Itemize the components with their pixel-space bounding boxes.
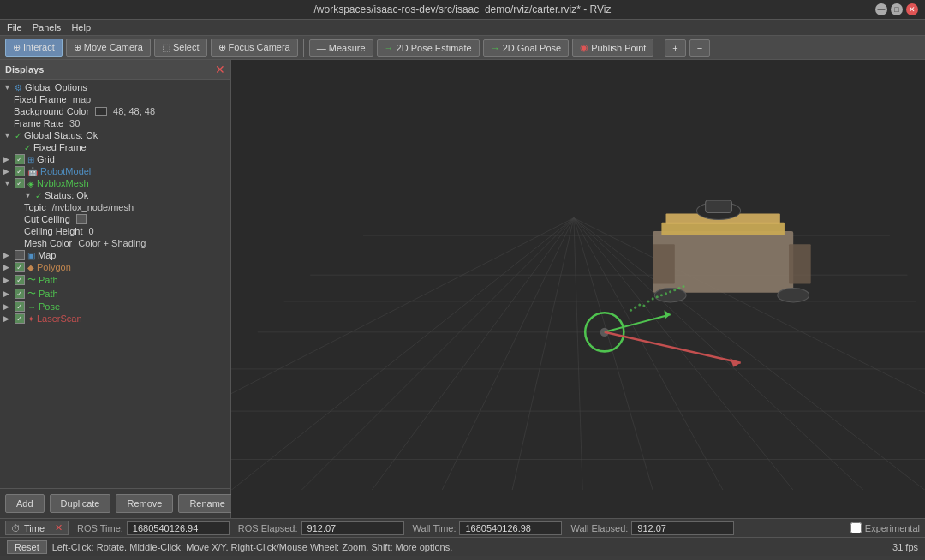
svg-rect-27 — [706, 200, 732, 212]
tree-item-nvblox-status[interactable]: ▼ ✓ Status: Ok — [21, 189, 230, 201]
tree-item-topic[interactable]: Topic /nvblox_node/mesh — [21, 201, 230, 213]
cut-ceiling-label: Cut Ceiling — [24, 214, 70, 224]
ros-elapsed-field: ROS Elapsed: 912.07 — [238, 521, 404, 535]
close-button[interactable]: ✕ — [906, 3, 918, 15]
reset-button[interactable]: Reset — [7, 540, 47, 554]
time-clock-icon: ⏱ — [11, 523, 21, 533]
svg-point-41 — [656, 295, 659, 298]
displays-close-button[interactable]: ✕ — [215, 63, 225, 76]
remove-button[interactable]: Remove — [116, 494, 173, 513]
add-button[interactable]: Add — [5, 494, 45, 513]
viewport[interactable]: ◀ — [231, 60, 925, 518]
experimental-checkbox[interactable] — [850, 522, 862, 533]
tree-item-path1[interactable]: ▶ ✓ 〜 Path — [0, 273, 230, 287]
tree-item-global-status[interactable]: ▼ ✓ Global Status: Ok — [0, 129, 230, 141]
interact-button[interactable]: ⊕ Interact — [5, 39, 63, 57]
expand-laser-scan[interactable]: ▶ — [3, 314, 12, 323]
tree-item-pose[interactable]: ▶ ✓ → Pose — [0, 301, 230, 313]
path1-icon: 〜 — [27, 274, 36, 286]
expand-path1[interactable]: ▶ — [3, 276, 12, 284]
maximize-button[interactable]: □ — [891, 3, 903, 15]
focus-camera-button[interactable]: ⊕ Focus Camera — [211, 39, 298, 57]
nvblox-mesh-checkbox[interactable]: ✓ — [15, 178, 25, 188]
cut-ceiling-checkbox[interactable] — [76, 214, 87, 224]
svg-point-30 — [654, 289, 686, 302]
background-color-swatch[interactable] — [95, 107, 107, 116]
expand-robot-model[interactable]: ▶ — [3, 167, 12, 176]
fixed-frame2-label: Fixed Frame — [33, 142, 87, 152]
expand-global-status[interactable]: ▼ — [3, 131, 12, 140]
menu-file[interactable]: File — [7, 22, 22, 33]
svg-point-39 — [647, 300, 649, 302]
map-icon: ▣ — [27, 251, 35, 260]
laser-scan-checkbox[interactable]: ✓ — [15, 313, 25, 324]
wall-elapsed-field: Wall Elapsed: 912.07 — [570, 521, 734, 535]
menubar: File Panels Help — [0, 20, 925, 36]
rename-button[interactable]: Rename — [178, 494, 236, 513]
fps-display: 31 fps — [892, 542, 918, 552]
time-panel: ⏱ Time ✕ ROS Time: 1680540126.94 ROS Ela… — [0, 518, 925, 537]
polygon-checkbox[interactable]: ✓ — [15, 262, 25, 272]
pose-label: Pose — [39, 301, 60, 312]
move-camera-button[interactable]: ⊕ Move Camera — [66, 39, 151, 57]
expand-nvblox-status[interactable]: ▼ — [24, 191, 33, 200]
svg-point-50 — [638, 304, 641, 307]
expand-map[interactable]: ▶ — [3, 251, 12, 259]
mesh-color-value: Color + Shading — [78, 238, 146, 248]
expand-polygon[interactable]: ▶ — [3, 263, 12, 271]
map-checkbox[interactable] — [15, 250, 25, 260]
publish-point-button[interactable]: ◉ Publish Point — [572, 39, 653, 57]
tree-item-path2[interactable]: ▶ ✓ 〜 Path — [0, 287, 230, 301]
background-color-label: Background Color — [14, 106, 89, 116]
expand-global-options[interactable]: ▼ — [3, 83, 12, 92]
ceiling-height-value: 0 — [88, 226, 93, 236]
tree-item-global-options[interactable]: ▼ ⚙ Global Options — [0, 81, 230, 93]
svg-point-45 — [673, 289, 676, 291]
tree-item-polygon[interactable]: ▶ ✓ ◆ Polygon — [0, 261, 230, 273]
tree-item-map[interactable]: ▶ ▣ Map — [0, 249, 230, 261]
svg-point-49 — [634, 307, 636, 309]
laser-scan-label: LaserScan — [37, 313, 82, 324]
duplicate-button[interactable]: Duplicate — [50, 494, 111, 513]
tree-item-fixed-frame[interactable]: Fixed Frame map — [10, 93, 230, 105]
minimize-button[interactable]: — — [875, 3, 887, 15]
tree-item-mesh-color[interactable]: Mesh Color Color + Shading — [21, 237, 230, 249]
tree-item-cut-ceiling[interactable]: Cut Ceiling — [21, 213, 230, 225]
pose-checkbox[interactable]: ✓ — [15, 301, 25, 312]
path2-checkbox[interactable]: ✓ — [15, 289, 25, 299]
polygon-icon: ◆ — [27, 263, 34, 272]
tree-item-background-color[interactable]: Background Color 48; 48; 48 — [10, 105, 230, 117]
pose-icon: → — [27, 302, 36, 312]
global-options-icon: ⚙ — [15, 83, 22, 92]
tree-item-ceiling-height[interactable]: Ceiling Height 0 — [21, 225, 230, 237]
expand-nvblox-mesh[interactable]: ▼ — [3, 179, 12, 188]
grid-label: Grid — [37, 154, 55, 164]
path1-checkbox[interactable]: ✓ — [15, 275, 25, 285]
expand-pose[interactable]: ▶ — [3, 302, 12, 311]
toolbar-minus-button[interactable]: − — [689, 39, 710, 57]
displays-title: Displays — [5, 64, 44, 74]
expand-path2[interactable]: ▶ — [3, 289, 12, 298]
tree-item-laser-scan[interactable]: ▶ ✓ ✦ LaserScan — [0, 313, 230, 325]
tree-item-nvblox-mesh[interactable]: ▼ ✓ ◈ NvbloxMesh — [0, 177, 230, 189]
svg-rect-24 — [661, 223, 785, 235]
menu-panels[interactable]: Panels — [33, 22, 62, 33]
tree-item-robot-model[interactable]: ▶ ✓ 🤖 RobotModel — [0, 165, 230, 177]
tree-item-fixed-frame2[interactable]: ✓ Fixed Frame — [21, 141, 230, 153]
toolbar-plus-button[interactable]: + — [665, 39, 685, 57]
grid-checkbox[interactable]: ✓ — [15, 154, 25, 164]
2d-pose-estimate-button[interactable]: → 2D Pose Estimate — [377, 39, 480, 57]
fixed-frame2-icon: ✓ — [24, 143, 31, 152]
tree-item-grid[interactable]: ▶ ✓ ⊞ Grid — [0, 153, 230, 165]
select-button[interactable]: ⬚ Select — [154, 39, 207, 57]
menu-help[interactable]: Help — [71, 22, 91, 33]
map-label: Map — [38, 250, 56, 260]
expand-grid[interactable]: ▶ — [3, 155, 12, 164]
robot-model-checkbox[interactable]: ✓ — [15, 166, 25, 176]
2d-goal-pose-button[interactable]: → 2D Goal Pose — [483, 39, 569, 57]
topic-value: /nvblox_node/mesh — [52, 202, 134, 212]
fixed-frame-label: Fixed Frame — [14, 94, 67, 104]
time-panel-close[interactable]: ✕ — [55, 522, 63, 533]
tree-item-frame-rate[interactable]: Frame Rate 30 — [10, 117, 230, 129]
measure-button[interactable]: — Measure — [309, 39, 373, 57]
